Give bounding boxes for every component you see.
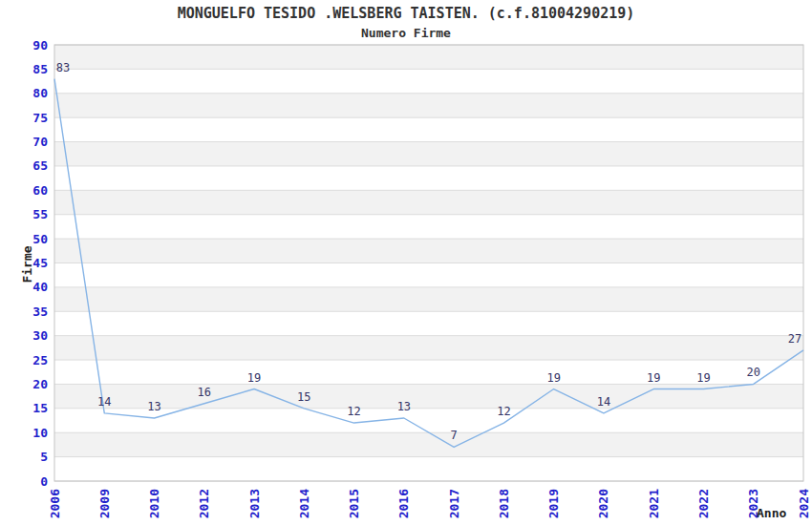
data-label: 20 — [747, 366, 760, 379]
y-tick-label: 75 — [32, 111, 48, 125]
y-tick-label: 5 — [40, 450, 48, 464]
grid-band — [54, 336, 803, 360]
x-tick-label: 2009 — [97, 489, 112, 518]
x-tick-label: 2023 — [746, 489, 760, 518]
y-tick-label: 90 — [32, 38, 48, 52]
line-chart: MONGUELFO TESIDO .WELSBERG TAISTEN. (c.f… — [0, 0, 812, 525]
data-label: 83 — [56, 61, 70, 74]
y-tick-label: 55 — [32, 207, 48, 221]
y-tick-label: 70 — [32, 135, 48, 149]
y-tick-label: 35 — [32, 304, 48, 319]
x-tick-label: 2017 — [447, 489, 461, 518]
y-tick-label: 10 — [32, 426, 48, 440]
x-tick-label: 2006 — [48, 489, 62, 518]
y-tick-label: 45 — [32, 256, 48, 270]
y-tick-label: 20 — [32, 377, 48, 391]
y-tick-label: 25 — [32, 353, 48, 368]
x-tick-label: 2015 — [347, 489, 361, 518]
data-label: 19 — [546, 371, 560, 385]
data-label: 7 — [451, 429, 458, 442]
x-tick-label: 2016 — [396, 489, 411, 518]
data-label: 14 — [597, 395, 610, 409]
data-label: 19 — [647, 371, 660, 385]
data-label: 12 — [347, 405, 360, 418]
grid-band — [54, 287, 803, 311]
grid-band — [54, 432, 803, 456]
data-label: 15 — [297, 390, 310, 404]
data-label: 13 — [147, 400, 160, 413]
y-tick-label: 50 — [32, 232, 48, 246]
grid-band — [54, 239, 803, 262]
y-tick-label: 15 — [32, 401, 48, 415]
x-tick-label: 2014 — [297, 489, 311, 518]
x-tick-label: 2021 — [647, 489, 661, 518]
x-tick-label: 2024 — [797, 489, 811, 518]
data-label: 19 — [696, 371, 710, 385]
plot-area: 0510152025303540455055606570758085902006… — [0, 0, 812, 525]
data-label: 13 — [397, 400, 411, 413]
x-tick-label: 2010 — [147, 489, 161, 518]
data-label: 16 — [198, 386, 211, 399]
data-label: 12 — [497, 405, 510, 418]
data-label: 14 — [97, 395, 111, 409]
grid-band — [54, 142, 803, 166]
y-tick-label: 40 — [32, 280, 48, 294]
x-tick-label: 2019 — [546, 489, 561, 518]
y-tick-label: 85 — [32, 62, 48, 76]
x-tick-label: 2020 — [596, 489, 610, 518]
x-tick-label: 2018 — [497, 489, 511, 518]
grid-band — [54, 190, 803, 214]
y-tick-label: 65 — [32, 158, 48, 173]
y-tick-label: 60 — [32, 183, 48, 198]
x-tick-label: 2012 — [197, 489, 211, 518]
grid-band — [54, 45, 803, 69]
x-tick-label: 2022 — [696, 489, 711, 518]
data-label: 27 — [788, 332, 801, 346]
y-tick-label: 0 — [40, 474, 48, 489]
grid-band — [54, 384, 803, 408]
y-tick-label: 30 — [32, 328, 48, 343]
data-label: 19 — [247, 371, 261, 385]
x-tick-label: 2013 — [247, 489, 262, 518]
y-tick-label: 80 — [32, 86, 48, 100]
grid-band — [54, 94, 803, 117]
